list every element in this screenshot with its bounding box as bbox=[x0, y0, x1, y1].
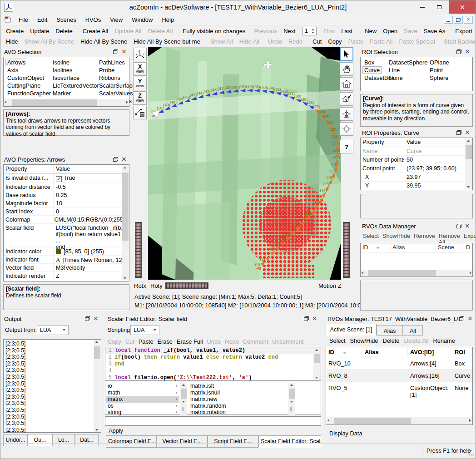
roi-item-datasetsphere[interactable]: DatasetSphere bbox=[389, 59, 430, 67]
display-data-button[interactable]: Display Data bbox=[329, 430, 362, 437]
avo-item-scalarvalues[interactable]: ScalarValues bbox=[99, 90, 129, 98]
z-view-button[interactable]: Zview bbox=[133, 91, 147, 105]
open-button[interactable]: Open bbox=[380, 26, 401, 36]
avo-item-lictexturedvector[interactable]: LicTexturedVector bbox=[53, 82, 99, 90]
prop-value[interactable]: Z bbox=[54, 272, 62, 280]
fn-matrix-rotation[interactable]: matrix.rotation bbox=[188, 409, 288, 416]
previous-button[interactable]: Previous bbox=[251, 26, 281, 36]
copy-button[interactable]: Copy bbox=[325, 37, 345, 46]
rotx-thumbwheel[interactable] bbox=[135, 222, 142, 278]
column-header[interactable]: Property bbox=[4, 165, 54, 173]
pick-mode-button[interactable] bbox=[340, 47, 353, 61]
prop-value[interactable]: ✓True bbox=[54, 174, 77, 183]
avo-item-marker[interactable]: Marker bbox=[53, 90, 99, 98]
editor-uncomment-button[interactable]: Uncomment bbox=[272, 337, 303, 346]
next-button[interactable]: Next bbox=[280, 26, 299, 36]
cut-button[interactable]: Cut bbox=[309, 37, 325, 46]
maximize-button[interactable] bbox=[431, 0, 447, 14]
document-icon[interactable] bbox=[4, 16, 11, 23]
editor-erase-full-button[interactable]: Erase Full bbox=[177, 337, 207, 346]
editor-paste-button[interactable]: Paste bbox=[139, 337, 158, 346]
column-header[interactable]: Alias bbox=[362, 347, 408, 357]
avo-selection-list[interactable]: Arrows Axis CustomObject CuttingPlane Fu… bbox=[3, 57, 129, 107]
avo-item-isoline[interactable]: Isoline bbox=[53, 59, 99, 67]
tab-active-scene[interactable]: Active Scene: [1] bbox=[326, 324, 377, 336]
lib-io[interactable]: io bbox=[106, 383, 179, 390]
mdi-minimize-button[interactable] bbox=[444, 16, 453, 24]
table-row[interactable]: RVO_10Arrows:[4]Box bbox=[326, 357, 472, 370]
tab-all[interactable]: All bbox=[403, 325, 423, 336]
avo-item-pathlines[interactable]: PathLines bbox=[99, 59, 129, 67]
close-panel-icon[interactable]: × bbox=[93, 316, 99, 321]
float-panel-icon[interactable] bbox=[456, 130, 461, 135]
new-button[interactable]: New bbox=[362, 26, 380, 36]
roi-item-datasetbox[interactable]: DatasetBox bbox=[364, 74, 388, 82]
output-source-combo[interactable]: LUA bbox=[37, 325, 69, 335]
column-header[interactable]: D bbox=[464, 243, 472, 252]
column-header[interactable]: Alias bbox=[391, 243, 436, 252]
menu-window[interactable]: Window bbox=[127, 15, 157, 25]
paste-button[interactable]: Paste bbox=[345, 37, 367, 46]
hide-button[interactable]: Hide bbox=[3, 37, 21, 46]
lib-math[interactable]: math bbox=[106, 390, 179, 396]
avo-item-isolines[interactable]: Isolines bbox=[53, 67, 99, 74]
rm-rename-button[interactable]: Rename bbox=[433, 336, 455, 345]
x-view-button[interactable]: Xview bbox=[133, 62, 147, 76]
save-button[interactable]: Save bbox=[401, 26, 421, 36]
prop-value[interactable]: A[Times New Roman, 12] bbox=[54, 256, 126, 265]
close-panel-icon[interactable]: × bbox=[121, 49, 127, 54]
avo-item-axis[interactable]: Axis bbox=[7, 67, 51, 74]
float-panel-icon[interactable] bbox=[456, 224, 461, 228]
close-panel-icon[interactable]: × bbox=[465, 130, 470, 135]
roi-properties-vscrollbar[interactable] bbox=[465, 138, 472, 189]
editor-undo-button[interactable]: Undo bbox=[207, 337, 225, 346]
lib-matrix[interactable]: matrix bbox=[106, 396, 179, 403]
column-header[interactable]: AVO:[ID] bbox=[408, 347, 452, 357]
rm-delete-button[interactable]: Delete bbox=[382, 336, 404, 345]
axes-view-button[interactable]: zxy bbox=[133, 48, 147, 61]
column-header[interactable]: Scene bbox=[436, 243, 464, 252]
prop-value[interactable]: 0.25 bbox=[54, 191, 69, 199]
close-panel-icon[interactable]: × bbox=[121, 157, 127, 162]
dm-select-button[interactable]: Select bbox=[361, 232, 382, 241]
zoom-thumbwheel[interactable] bbox=[343, 222, 350, 278]
fully-visible-button[interactable]: Fully visible on changes bbox=[179, 26, 248, 36]
scene-number-spinbox[interactable]: 1 bbox=[302, 27, 317, 35]
dm-showhide-button[interactable]: Show/Hide bbox=[382, 232, 414, 241]
fn-matrix-random[interactable]: matrix.random bbox=[188, 403, 288, 410]
float-panel-icon[interactable] bbox=[85, 316, 90, 321]
float-panel-icon[interactable] bbox=[456, 49, 461, 54]
avo-item-ribbons[interactable]: Ribbons bbox=[99, 74, 129, 82]
first-button[interactable]: First bbox=[320, 26, 338, 36]
dm-remove-button[interactable]: Remove bbox=[414, 232, 439, 241]
prop-value[interactable]: 50 bbox=[404, 156, 415, 164]
splitter-handle[interactable]: || bbox=[182, 406, 184, 411]
roi-selection-list[interactable]: Box Curve DatasetBox DatasetSphere Line … bbox=[360, 57, 473, 91]
avo-item-probe[interactable]: Probe bbox=[99, 67, 129, 74]
start-backward-button[interactable]: Start Backward bbox=[441, 37, 476, 46]
rm-delete-all-button[interactable]: Delete All bbox=[404, 336, 433, 345]
prop-value[interactable]: M3!Velocity bbox=[54, 264, 87, 272]
mdi-restore-button[interactable] bbox=[454, 16, 463, 24]
code-editor[interactable]: 1local function _if(bool, value1, value2… bbox=[105, 347, 321, 381]
dm-remove-all-button[interactable]: Remove All bbox=[439, 232, 464, 241]
avo-item-isosurface[interactable]: Isosurface bbox=[53, 74, 99, 82]
prop-value[interactable]: 39.95 bbox=[404, 182, 423, 190]
editor-copy-button[interactable]: Copy bbox=[106, 337, 125, 346]
create-all-button[interactable]: Create All bbox=[79, 26, 111, 36]
close-button[interactable]: × bbox=[449, 0, 476, 14]
code-vscrollbar[interactable] bbox=[313, 348, 321, 380]
table-row[interactable]: RVO_8Arrows:[16]Curve bbox=[326, 370, 472, 382]
editor-cut-button[interactable]: Cut bbox=[125, 337, 139, 346]
prop-value[interactable]: -0.5 bbox=[54, 183, 68, 191]
avo-item-customobject[interactable]: CustomObject bbox=[7, 74, 51, 82]
y-view-button[interactable]: Yview bbox=[133, 77, 147, 90]
table-row[interactable]: RVO_5CustomObject:[1]None bbox=[326, 382, 472, 394]
avo-item-scalarsurface[interactable]: ScalarSurface bbox=[99, 82, 129, 90]
prop-value[interactable]: CMLM(0;15;RGBA(0;0;255;... bbox=[52, 216, 129, 224]
editor-comment-button[interactable]: Comment bbox=[243, 337, 272, 346]
roi-item-oplane[interactable]: OPlane bbox=[430, 59, 461, 67]
column-header[interactable]: ID bbox=[361, 243, 391, 252]
close-panel-icon[interactable]: × bbox=[465, 49, 470, 54]
update-all-button[interactable]: Update All bbox=[111, 26, 144, 36]
